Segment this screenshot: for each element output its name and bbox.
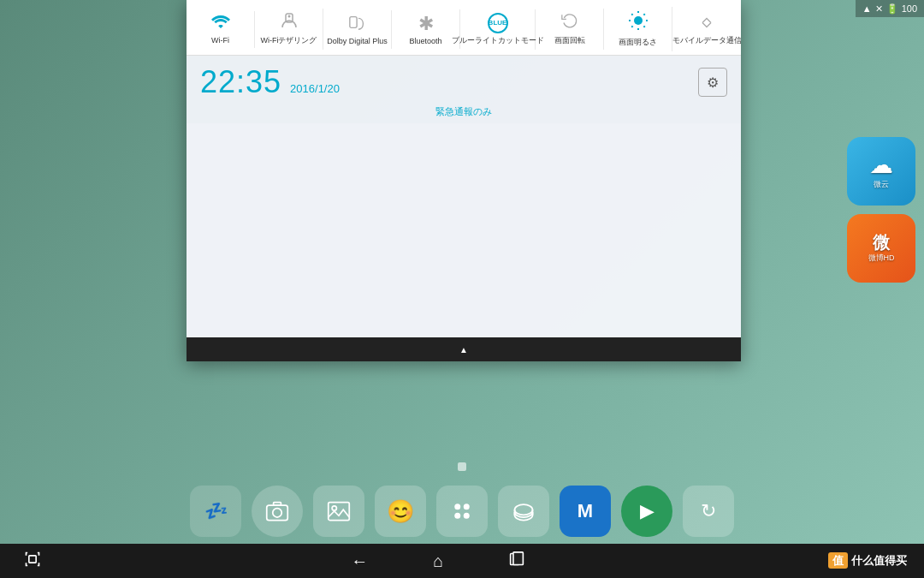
svg-point-18 <box>464 504 470 509</box>
notification-status: 緊急通報のみ <box>187 104 741 123</box>
svg-rect-24 <box>513 551 523 564</box>
svg-point-13 <box>273 509 282 518</box>
qs-bluetooth[interactable]: ✱ Bluetooth <box>392 9 460 49</box>
dock-files-app[interactable] <box>498 486 549 537</box>
svg-line-10 <box>631 26 632 27</box>
notification-header: 22:35 2016/1/20 ⚙ <box>187 56 741 104</box>
notification-time: 22:35 <box>200 64 281 100</box>
qs-mobiledata[interactable]: モバイルデータ通信 <box>672 9 741 50</box>
page-dot-indicator <box>458 462 466 471</box>
wifi-qs-icon <box>211 15 230 34</box>
signal-icon: ✕ <box>875 3 883 15</box>
nav-recent-button[interactable] <box>501 548 532 575</box>
mobiledata-qs-icon <box>697 12 716 33</box>
qs-dolby[interactable]: Dolby Digital Plus <box>323 10 392 49</box>
wifi-qs-label: Wi-Fi <box>211 36 229 45</box>
dock-smiley-app[interactable]: 😊 <box>375 486 426 537</box>
wifi-status-icon: ▲ <box>862 3 872 14</box>
weiyun-icon[interactable]: ☁ 微云 <box>847 137 915 206</box>
weibo-icon[interactable]: 微 微博HD <box>847 214 915 283</box>
bluetooth-qs-icon: ✱ <box>418 13 434 35</box>
nav-right-area: 值 什么值得买 <box>828 553 907 569</box>
nav-back-button[interactable]: ← <box>344 548 375 575</box>
svg-line-6 <box>631 14 632 15</box>
qs-brightness[interactable]: 画面明るさ <box>604 7 672 51</box>
desktop: ▲ ✕ 🔋 100 淘 厨 優 公 YOUKU优酷 录 ☁ 微云 微 微博HD <box>0 0 924 578</box>
svg-rect-2 <box>349 16 356 27</box>
notification-body <box>187 123 741 337</box>
nav-bar: ← ⌂ 值 什么值得买 <box>0 544 924 578</box>
tethering-qs-icon <box>280 12 299 33</box>
svg-rect-14 <box>274 503 281 506</box>
weibo-emoji: 微 <box>873 234 890 251</box>
bluelight-qs-icon: BLUE <box>488 13 508 33</box>
panel-bottom-bar[interactable]: ▲ <box>187 337 741 361</box>
svg-point-19 <box>454 513 460 519</box>
weibo-label: 微博HD <box>868 253 895 264</box>
tethering-qs-label: Wi-Fiテザリング <box>261 35 317 46</box>
dolby-qs-icon <box>348 14 367 35</box>
svg-line-7 <box>643 26 644 27</box>
svg-point-16 <box>332 506 336 510</box>
nav-left-area <box>17 547 48 575</box>
dock-sleep-app[interactable]: 💤 <box>190 486 241 537</box>
dock-gallery-app[interactable] <box>313 486 364 537</box>
battery-icon: 🔋 <box>886 3 898 15</box>
dock-play-app[interactable]: ▶ <box>621 486 672 537</box>
rotate-qs-icon <box>560 12 579 33</box>
notification-settings-button[interactable]: ⚙ <box>698 68 727 97</box>
dolby-qs-label: Dolby Digital Plus <box>327 37 388 45</box>
status-bar: ▲ ✕ 🔋 100 <box>856 0 924 17</box>
svg-point-20 <box>464 513 470 519</box>
quick-settings-row: Wi-Fi Wi-Fiテザリング <box>187 0 741 56</box>
bluelight-qs-label: ブルーライトカットモード <box>452 35 544 46</box>
weiyun-emoji: ☁ <box>869 153 893 177</box>
brightness-qs-icon <box>628 10 649 35</box>
svg-point-21 <box>515 504 533 515</box>
battery-level: 100 <box>902 3 917 14</box>
notification-panel: Wi-Fi Wi-Fiテザリング <box>187 0 741 361</box>
dock-dots-app[interactable] <box>436 486 488 537</box>
notification-date: 2016/1/20 <box>290 82 340 95</box>
dock-browser-app[interactable]: M <box>560 486 611 537</box>
dock-camera-app[interactable] <box>252 486 303 537</box>
qs-tethering[interactable]: Wi-Fiテザリング <box>255 9 323 50</box>
qs-rotate[interactable]: 画面回転 <box>536 9 604 50</box>
svg-point-17 <box>454 504 460 509</box>
svg-point-3 <box>634 16 643 25</box>
qs-wifi[interactable]: Wi-Fi <box>187 11 255 48</box>
svg-rect-22 <box>29 555 36 562</box>
mobiledata-qs-label: モバイルデータ通信 <box>672 35 742 46</box>
brightness-qs-label: 画面明るさ <box>619 37 657 48</box>
panel-collapse-arrow: ▲ <box>459 345 468 355</box>
bottom-dock: 💤 😊 <box>0 479 924 544</box>
desktop-icons-right: ☁ 微云 微 微博HD <box>847 137 915 283</box>
nav-brand-logo: 值 什么值得买 <box>828 553 907 569</box>
qs-bluelight[interactable]: BLUE ブルーライトカットモード <box>460 9 536 50</box>
nav-center-area: ← ⌂ <box>344 548 532 575</box>
svg-line-11 <box>643 14 644 15</box>
screenshot-nav-icon[interactable] <box>17 547 48 575</box>
bluetooth-qs-label: Bluetooth <box>409 37 441 45</box>
dock-refresh-app[interactable]: ↻ <box>683 486 734 537</box>
settings-gear-icon: ⚙ <box>707 74 719 91</box>
nav-home-button[interactable]: ⌂ <box>426 548 450 575</box>
svg-rect-15 <box>329 503 350 521</box>
svg-point-1 <box>287 15 290 18</box>
rotate-qs-label: 画面回転 <box>554 35 585 46</box>
weiyun-label: 微云 <box>874 179 889 190</box>
